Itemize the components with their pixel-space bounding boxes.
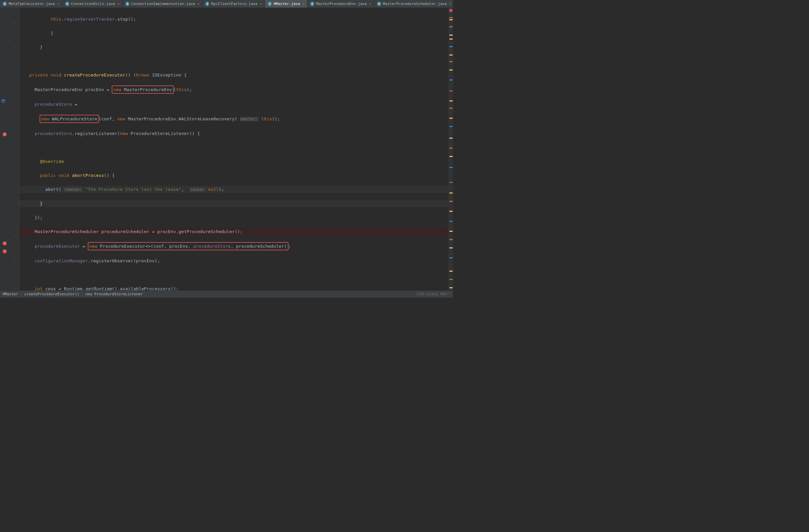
java-class-icon: C <box>310 2 314 6</box>
close-icon[interactable]: × <box>260 2 262 6</box>
marker-warning[interactable] <box>449 100 453 101</box>
breakpoint-gutter[interactable] <box>0 8 10 290</box>
close-icon[interactable]: × <box>197 2 200 6</box>
marker-warning[interactable] <box>449 148 453 149</box>
fold-end-icon[interactable]: ⌃ <box>13 22 15 25</box>
breadcrumb-item[interactable]: new ProcedureStoreListener <box>85 292 142 296</box>
tab-metatablelocator[interactable]: CMetaTableLocator.java× <box>0 0 63 7</box>
marker-info[interactable] <box>449 80 453 81</box>
marker-warning[interactable] <box>449 108 453 109</box>
marker-warning[interactable] <box>449 118 453 119</box>
code-text-area[interactable]: this.regionServerTracker.stop(); } } pri… <box>19 8 448 290</box>
editor: ⌃ ⌃ ⌄ ⌃ ⌃ ⌃ ⌄ ⌃ this.regionServerTracker… <box>0 8 453 290</box>
marker-error[interactable] <box>449 182 453 183</box>
tab-masterprocedureenv[interactable]: CMasterProcedureEnv.java× <box>307 0 374 7</box>
fold-end-icon[interactable]: ⌃ <box>13 287 15 291</box>
marker-info[interactable] <box>449 221 453 222</box>
breakpoint-icon[interactable] <box>3 241 7 245</box>
marker-warning[interactable] <box>449 54 453 55</box>
fold-end-icon[interactable]: ⌃ <box>13 235 15 238</box>
fold-end-icon[interactable]: ⌃ <box>13 31 15 34</box>
java-class-icon: C <box>3 2 7 6</box>
marker-warning[interactable] <box>449 271 453 272</box>
tab-connectionimplementation[interactable]: CConnectionImplementation.java× <box>123 0 203 7</box>
chevron-right-icon: › <box>20 292 22 296</box>
marker-warning[interactable] <box>449 138 453 139</box>
marker-info[interactable] <box>449 126 453 127</box>
tab-label: MasterProcedureEnv.java <box>316 2 367 6</box>
tab-label: MasterProcedureScheduler.java <box>383 2 447 6</box>
java-class-icon: C <box>268 2 272 6</box>
tab-label: MetaTableLocator.java <box>8 2 55 6</box>
editor-tab-bar: CMetaTableLocator.java× CConnectionUtils… <box>0 0 453 8</box>
java-class-icon: C <box>125 2 130 6</box>
close-icon[interactable]: × <box>117 2 120 6</box>
fold-start-icon[interactable]: ⌄ <box>13 273 15 277</box>
marker-warning[interactable] <box>449 239 453 240</box>
marker-warning[interactable] <box>449 19 453 20</box>
marker-warning[interactable] <box>449 287 453 288</box>
marker-info[interactable] <box>449 257 453 258</box>
tab-connectionutils[interactable]: CConnectionUtils.java× <box>63 0 123 7</box>
fold-end-icon[interactable]: ⌃ <box>13 257 15 260</box>
marker-warning[interactable] <box>449 38 453 39</box>
close-icon[interactable]: × <box>303 2 305 6</box>
marker-warning[interactable] <box>449 231 453 232</box>
marker-warning[interactable] <box>449 156 453 157</box>
close-icon[interactable]: × <box>57 2 59 6</box>
override-marker-icon[interactable] <box>1 99 6 104</box>
fold-end-icon[interactable]: ⌃ <box>13 124 15 128</box>
chevron-right-icon: › <box>82 292 84 296</box>
tab-rpcclientfactory[interactable]: CRpcClientFactory.java× <box>202 0 265 7</box>
marker-warning[interactable] <box>449 211 453 212</box>
marker-warning[interactable] <box>449 192 453 193</box>
breadcrumb-item[interactable]: createProcedureExecutor() <box>24 292 80 296</box>
close-icon[interactable]: × <box>449 2 451 6</box>
java-class-icon: C <box>205 2 209 6</box>
close-icon[interactable]: × <box>369 2 372 6</box>
analysis-error-icon[interactable] <box>449 9 452 12</box>
marker-warning[interactable] <box>449 35 453 36</box>
marker-warning[interactable] <box>449 279 453 280</box>
tab-masterprocedurescheduler[interactable]: CMasterProcedureScheduler.java× <box>374 0 453 7</box>
marker-error[interactable] <box>449 90 453 91</box>
error-stripe[interactable] <box>448 8 453 290</box>
fold-start-icon[interactable]: ⌄ <box>13 45 15 48</box>
tab-label: ConnectionUtils.java <box>71 2 115 6</box>
marker-warning[interactable] <box>449 201 453 202</box>
marker-warning[interactable] <box>449 247 453 248</box>
tab-label: RpcClientFactory.java <box>211 2 257 6</box>
watermark-text: CSDN @格格巫 MMQ!! <box>416 292 450 296</box>
breadcrumb-bar: HMaster › createProcedureExecutor() › ne… <box>0 290 453 297</box>
marker-warning[interactable] <box>449 17 453 18</box>
marker-warning[interactable] <box>449 69 453 70</box>
tab-label: ConnectionImplementation.java <box>131 2 195 6</box>
breadcrumb-item[interactable]: HMaster <box>3 292 18 296</box>
tab-label: HMaster.java <box>274 2 300 6</box>
fold-gutter[interactable]: ⌃ ⌃ ⌄ ⌃ ⌃ ⌃ ⌄ ⌃ <box>10 8 19 290</box>
breakpoint-icon[interactable] <box>3 250 7 253</box>
marker-info[interactable] <box>449 167 453 168</box>
tab-hmaster[interactable]: CHMaster.java× <box>265 0 307 7</box>
marker-warning[interactable] <box>449 61 453 62</box>
java-class-icon: C <box>377 2 381 6</box>
marker-warning[interactable] <box>449 26 453 27</box>
java-class-icon: C <box>65 2 69 6</box>
breakpoint-icon[interactable] <box>3 132 7 136</box>
marker-info[interactable] <box>449 46 453 47</box>
